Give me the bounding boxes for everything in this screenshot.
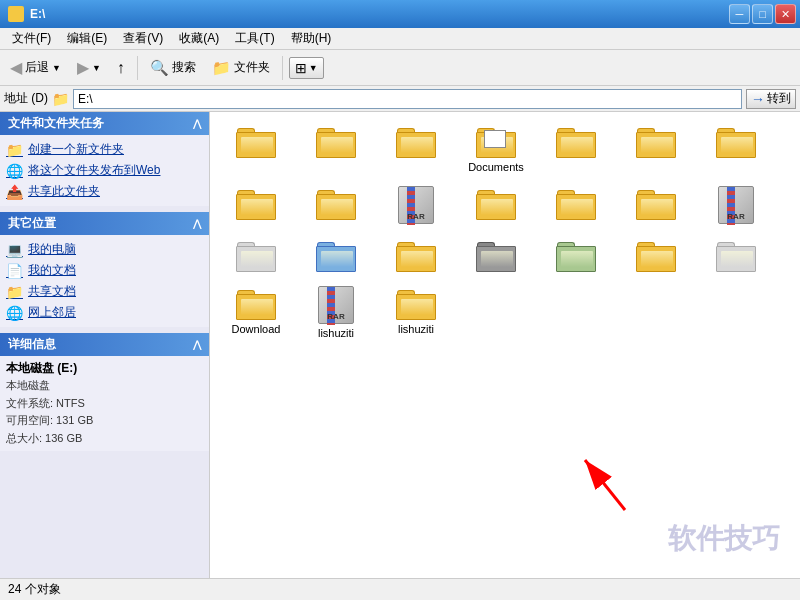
folder-item-8[interactable] — [218, 182, 294, 230]
folder-item-5[interactable] — [538, 120, 614, 178]
svg-line-1 — [585, 460, 625, 510]
folder-item-2[interactable] — [298, 120, 374, 178]
back-button[interactable]: ◀ 后退 ▼ — [4, 55, 67, 80]
new-folder-icon: 📁 — [6, 142, 23, 158]
folders-icon: 📁 — [212, 59, 231, 77]
folder-item-lishuziti2[interactable]: lishuziti — [378, 282, 454, 344]
back-dropdown-icon: ▼ — [52, 63, 61, 73]
disk-filesystem: 文件系统: NTFS — [6, 395, 203, 413]
folder-item-blue[interactable] — [298, 234, 374, 278]
publish-web-icon: 🌐 — [6, 163, 23, 179]
folder-icon-ghost2 — [556, 238, 596, 272]
folder-item-13[interactable] — [378, 234, 454, 278]
file-tasks-header[interactable]: 文件和文件夹任务 ⋀ — [0, 112, 209, 135]
toolbar-separator-2 — [282, 56, 283, 80]
back-label: 后退 — [25, 59, 49, 76]
sidebar: 文件和文件夹任务 ⋀ 📁 创建一个新文件夹 🌐 将这个文件夹发布到Web 📤 共… — [0, 112, 210, 578]
up-icon: ↑ — [117, 59, 125, 77]
up-button[interactable]: ↑ — [111, 56, 131, 80]
publish-web-link[interactable]: 🌐 将这个文件夹发布到Web — [6, 160, 203, 181]
folder-icon-3 — [396, 124, 436, 158]
menu-favorites[interactable]: 收藏(A) — [171, 28, 227, 49]
details-content: 本地磁盘 (E:) 本地磁盘 文件系统: NTFS 可用空间: 131 GB 总… — [0, 356, 209, 451]
address-folder-icon: 📁 — [52, 91, 69, 107]
folder-item-ghost3[interactable] — [698, 234, 774, 278]
menu-file[interactable]: 文件(F) — [4, 28, 59, 49]
address-input[interactable] — [73, 89, 742, 109]
shared-docs-label: 共享文档 — [28, 283, 76, 300]
title-bar-content: E:\ — [8, 6, 45, 22]
maximize-button[interactable]: □ — [752, 4, 773, 24]
new-folder-link[interactable]: 📁 创建一个新文件夹 — [6, 139, 203, 160]
menu-tools[interactable]: 工具(T) — [227, 28, 282, 49]
my-computer-link[interactable]: 💻 我的电脑 — [6, 239, 203, 260]
folder-item-ghost1[interactable] — [218, 234, 294, 278]
folders-button[interactable]: 📁 文件夹 — [206, 56, 276, 80]
folder-item-1[interactable] — [218, 120, 294, 178]
rar-item-1[interactable]: RAR — [378, 182, 454, 230]
my-docs-label: 我的文档 — [28, 262, 76, 279]
folder-icon-download — [236, 286, 276, 320]
folder-item-3[interactable] — [378, 120, 454, 178]
new-folder-label: 创建一个新文件夹 — [28, 141, 124, 158]
close-button[interactable]: ✕ — [775, 4, 796, 24]
folder-item-9[interactable] — [298, 182, 374, 230]
views-dropdown-icon: ▼ — [309, 63, 318, 73]
other-places-content: 💻 我的电脑 📄 我的文档 📁 共享文档 🌐 网上邻居 — [0, 235, 209, 327]
network-label: 网上邻居 — [28, 304, 76, 321]
folder-item-12[interactable] — [618, 182, 694, 230]
status-bar: 24 个对象 — [0, 578, 800, 600]
folder-label-lishuziti2: lishuziti — [398, 322, 434, 336]
rar-item-lishuziti1[interactable]: RAR lishuziti — [298, 282, 374, 344]
search-label: 搜索 — [172, 59, 196, 76]
other-places-expand-icon: ⋀ — [193, 218, 201, 229]
folder-item-11[interactable] — [538, 182, 614, 230]
folder-item-10[interactable] — [458, 182, 534, 230]
details-header[interactable]: 详细信息 ⋀ — [0, 333, 209, 356]
folder-item-7[interactable] — [698, 120, 774, 178]
folder-icon-6 — [636, 124, 676, 158]
details-section: 详细信息 ⋀ 本地磁盘 (E:) 本地磁盘 文件系统: NTFS 可用空间: 1… — [0, 333, 209, 451]
folder-icon-14 — [636, 238, 676, 272]
network-link[interactable]: 🌐 网上邻居 — [6, 302, 203, 323]
folder-item-14[interactable] — [618, 234, 694, 278]
my-computer-label: 我的电脑 — [28, 241, 76, 258]
folder-item-6[interactable] — [618, 120, 694, 178]
share-folder-link[interactable]: 📤 共享此文件夹 — [6, 181, 203, 202]
search-button[interactable]: 🔍 搜索 — [144, 56, 202, 80]
disk-total: 总大小: 136 GB — [6, 430, 203, 448]
disk-type: 本地磁盘 — [6, 377, 203, 395]
folder-icon-ghost1 — [236, 238, 276, 272]
folder-item-dark[interactable] — [458, 234, 534, 278]
watermark: 软件技巧 — [668, 520, 780, 558]
toolbar: ◀ 后退 ▼ ▶ ▼ ↑ 🔍 搜索 📁 文件夹 ⊞ ▼ — [0, 50, 800, 86]
address-label: 地址 (D) — [4, 90, 48, 107]
folder-item-ghost2[interactable] — [538, 234, 614, 278]
back-arrow-icon: ◀ — [10, 58, 22, 77]
folder-icon-lishuziti2 — [396, 286, 436, 320]
my-docs-link[interactable]: 📄 我的文档 — [6, 260, 203, 281]
details-title: 详细信息 — [8, 336, 56, 353]
menu-view[interactable]: 查看(V) — [115, 28, 171, 49]
menu-edit[interactable]: 编辑(E) — [59, 28, 115, 49]
folder-item-docs[interactable]: Documents — [458, 120, 534, 178]
go-button[interactable]: → 转到 — [746, 89, 796, 109]
minimize-button[interactable]: ─ — [729, 4, 750, 24]
folder-icon-1 — [236, 124, 276, 158]
other-places-header[interactable]: 其它位置 ⋀ — [0, 212, 209, 235]
menu-help[interactable]: 帮助(H) — [283, 28, 340, 49]
disk-name: 本地磁盘 (E:) — [6, 360, 203, 377]
file-tasks-title: 文件和文件夹任务 — [8, 115, 104, 132]
network-icon: 🌐 — [6, 305, 23, 321]
address-bar: 地址 (D) 📁 → 转到 — [0, 86, 800, 112]
rar-item-2[interactable]: RAR — [698, 182, 774, 230]
shared-docs-link[interactable]: 📁 共享文档 — [6, 281, 203, 302]
rar-label-lishuziti1: RAR — [319, 312, 353, 321]
main-layout: 文件和文件夹任务 ⋀ 📁 创建一个新文件夹 🌐 将这个文件夹发布到Web 📤 共… — [0, 112, 800, 578]
views-button[interactable]: ⊞ ▼ — [289, 57, 324, 79]
folder-icon-12 — [636, 186, 676, 220]
folder-item-download[interactable]: Download — [218, 282, 294, 344]
forward-button[interactable]: ▶ ▼ — [71, 55, 107, 80]
rar-icon-lishuziti1: RAR — [318, 286, 354, 324]
folder-icon-5 — [556, 124, 596, 158]
